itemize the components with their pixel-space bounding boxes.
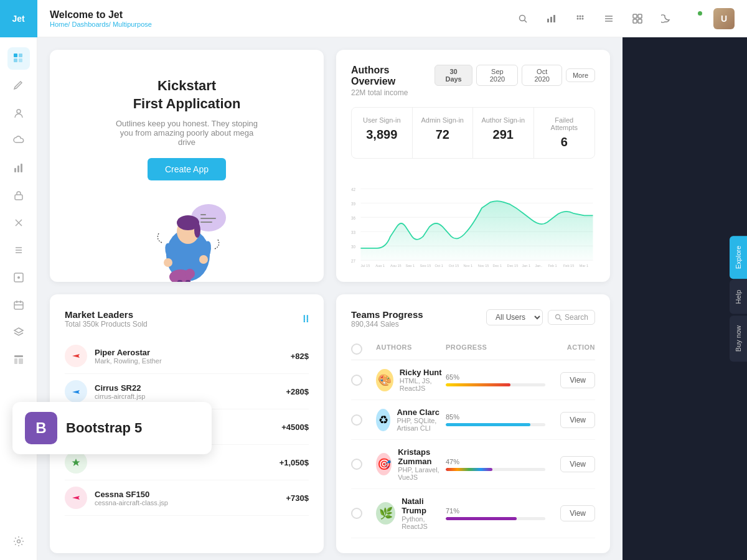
svg-text:Aug 1: Aug 1 [375,264,385,267]
ricky-checkbox[interactable] [351,375,362,386]
market-item-cessna: Cessna SF150 cessna-aircraft-class.jsp +… [65,480,309,516]
anne-progress-label: 85% [446,413,545,421]
svg-text:Mar 1: Mar 1 [580,264,588,267]
filter-sep2020[interactable]: Sep 2020 [476,65,518,86]
sidebar-item-edit[interactable] [7,75,30,97]
natali-progress-fill [446,517,517,520]
kristaps-progress: 47% [446,458,545,471]
sidebar-settings[interactable] [7,523,30,560]
explore-tabs: Explore Help Buy now [730,236,747,362]
filter-more[interactable]: More [566,68,595,82]
kristaps-checkbox[interactable] [351,459,362,470]
svg-rect-3 [19,58,22,62]
item4-value: +1,050$ [280,458,309,467]
create-app-button[interactable]: Create App [148,158,226,180]
anne-author: ♻ Anne Clarc PHP, SQLite, Artisan CLI [376,408,446,432]
user-avatar[interactable]: U [713,8,735,29]
team-row-ricky: 🎨 Ricky Hunt HTML, JS, ReactJS 65% V [351,360,595,400]
buynow-tab[interactable]: Buy now [730,315,747,362]
sidebar-item-box[interactable] [7,266,30,289]
sidebar-item-layers[interactable] [7,321,30,343]
anne-progress: 85% [446,413,545,426]
ricky-progress-fill [446,383,510,386]
ricky-avatar: 🎨 [376,369,393,391]
svg-rect-20 [14,355,23,357]
piper-icon [65,345,87,367]
anne-progress-bar [446,423,545,426]
anne-name: Anne Clarc [397,408,446,417]
sidebar-item-lock[interactable] [7,184,30,207]
natali-view-button[interactable]: View [560,505,595,521]
col-check [351,343,376,355]
kristaps-view-button[interactable]: View [560,456,595,472]
kristaps-info: Kristaps Zumman PHP, Laravel, VueJS [398,447,446,481]
sidebar-item-cloud[interactable] [7,129,30,152]
sidebar-logo[interactable]: Jet [0,0,37,37]
sidebar-item-chart[interactable] [7,157,30,179]
stats-button[interactable] [542,9,561,29]
menu-icon [604,14,614,24]
plane-icon [70,350,82,362]
ricky-progress-label: 65% [446,373,545,381]
menu-button[interactable] [599,9,619,29]
anne-check [351,414,376,426]
all-users-select[interactable]: All Users [486,309,543,325]
anne-checkbox[interactable] [351,414,362,426]
header-checkbox[interactable] [351,343,362,355]
svg-text:36: 36 [351,216,355,220]
sidebar: Jet [0,0,37,560]
grid-toggle-button[interactable] [570,9,590,29]
explore-tab[interactable]: Explore [730,236,747,279]
chart-icon [13,162,24,174]
ricky-check [351,375,376,386]
authors-chart: 27 30 33 36 39 42 [351,169,595,267]
stats-icon [547,14,557,24]
stat-label-admin: Admin Sign-in [420,116,466,124]
topbar-title-section: Welcome to Jet Home/ Dashboards/ Multipu… [50,9,505,28]
cessna-icon [65,487,87,509]
stat-author-signin: Author Sign-in 291 [473,108,534,158]
teams-search[interactable]: Search [548,310,595,325]
dark-mode-button[interactable] [656,9,676,29]
team-row-anne: ♻ Anne Clarc PHP, SQLite, Artisan CLI 85… [351,400,595,440]
natali-progress: 71% [446,507,545,520]
bootstrap-icon: B [37,412,57,444]
svg-text:Jul 15: Jul 15 [360,264,370,267]
sidebar-item-layout[interactable] [7,348,30,371]
notification-button[interactable] [685,9,705,29]
anne-view-button[interactable]: View [560,412,595,428]
sidebar-item-dashboard[interactable] [7,47,30,70]
ricky-name: Ricky Hunt [400,368,446,377]
sidebar-item-list[interactable] [7,239,30,261]
notification-dot [698,11,702,16]
teams-subtitle: 890,344 Sales [351,320,423,329]
svg-line-95 [560,319,561,320]
stat-value-failed: 6 [542,135,588,149]
apps-button[interactable] [627,9,647,29]
market-more-button[interactable]: ⁞⁞ [303,313,309,325]
user-icon [13,108,24,119]
svg-rect-28 [553,15,555,22]
help-tab[interactable]: Help [730,280,747,314]
market-title: Market Leaders [65,309,148,320]
kristaps-check [351,459,376,470]
svg-rect-40 [633,19,637,23]
sidebar-item-calendar[interactable] [7,294,30,316]
settings-icon-btn[interactable] [7,530,30,553]
settings-icon [13,536,24,547]
search-button[interactable] [513,9,533,29]
kickstart-card: Kickstart First Application Outlines kee… [50,50,324,282]
cirrus-icon [65,380,87,403]
natali-name: Natali Trump [402,497,446,515]
sidebar-item-users[interactable] [7,102,30,124]
cessna-info: Cessna SF150 cessna-aircraft-class.jsp [95,490,286,506]
natali-checkbox[interactable] [351,508,362,519]
cirrus-info: Cirrus SR22 cirrus-aircraft.jsp [95,383,286,400]
filter-oct2020[interactable]: Oct 2020 [522,65,562,86]
kristaps-progress-bar [446,468,545,471]
filter-30days[interactable]: 30 Days [435,65,473,86]
ricky-view-button[interactable]: View [560,372,595,388]
svg-text:Agu 15: Agu 15 [390,264,402,267]
sidebar-item-close[interactable] [7,212,30,234]
svg-point-34 [582,17,584,19]
